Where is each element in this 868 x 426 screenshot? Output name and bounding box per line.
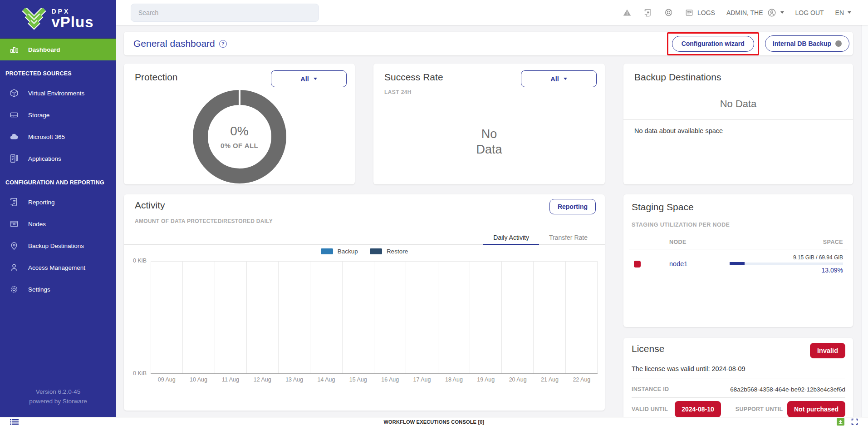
- node-name-link[interactable]: node1: [669, 260, 687, 267]
- help-icon[interactable]: ?: [219, 40, 227, 48]
- staging-table-header: NODE SPACE: [632, 239, 843, 245]
- alert-triangle-icon[interactable]: [622, 8, 632, 18]
- language-label: EN: [835, 9, 844, 16]
- chart-gridline-cell: [151, 262, 183, 373]
- cloud-icon: [9, 131, 20, 142]
- annotation-highlight-box: Configuration wizard: [667, 32, 759, 55]
- x-axis-label: 16 Aug: [374, 376, 406, 383]
- search-input[interactable]: [131, 4, 319, 22]
- sidebar-item-applications[interactable]: Applications: [0, 148, 116, 169]
- logout-label: LOG OUT: [795, 9, 824, 16]
- success-rate-card: Success Rate LAST 24H All No Data: [373, 64, 605, 184]
- internal-db-backup-label: Internal DB Backup: [773, 40, 831, 47]
- brand-chevron-icon: [22, 8, 46, 30]
- sidebar-item-microsoft-365[interactable]: Microsoft 365: [0, 126, 116, 148]
- instance-id-label: INSTANCE ID: [632, 386, 669, 392]
- user-circle-icon: [767, 8, 777, 18]
- daily-activity-chart-plot: [151, 261, 598, 374]
- chart-gridline-cell: [534, 262, 565, 373]
- x-axis-label: 13 Aug: [278, 376, 310, 383]
- backup-destinations-no-data: No Data: [623, 98, 853, 110]
- backup-swatch-icon: [321, 248, 333, 254]
- user-label: ADMIN, THE: [726, 9, 763, 16]
- success-rate-filter-dropdown[interactable]: All: [521, 70, 597, 87]
- chart-gridline-cell: [310, 262, 342, 373]
- activity-card: Activity Reporting AMOUNT OF DATA PROTEC…: [124, 194, 605, 411]
- x-axis-label: 15 Aug: [342, 376, 374, 383]
- internal-db-backup-button[interactable]: Internal DB Backup: [765, 35, 849, 52]
- staging-subtitle: STAGING UTILIZATION PER NODE: [632, 222, 730, 228]
- node-space-progress-fill: [730, 262, 745, 265]
- license-card: License Invalid The license was valid un…: [623, 338, 853, 417]
- sidebar-item-reporting[interactable]: Reporting: [0, 191, 116, 213]
- license-title: License: [632, 343, 664, 354]
- chart-gridline-cell: [374, 262, 406, 373]
- x-axis-label: 19 Aug: [470, 376, 502, 383]
- node-space-percent: 13.09%: [822, 267, 843, 274]
- sidebar-item-settings[interactable]: Settings: [0, 278, 116, 300]
- x-axis-label: 09 Aug: [151, 376, 182, 383]
- license-instance-row: INSTANCE ID 68a2b568-4358-464e-be92-12b3…: [632, 382, 845, 396]
- logs-label: LOGS: [697, 9, 715, 16]
- topbar: LOGS ADMIN, THE LOG OUT EN: [116, 0, 868, 25]
- sidebar-item-label: Backup Destinations: [28, 243, 84, 249]
- legend-item-backup: Backup: [321, 248, 358, 255]
- sidebar-item-access-management[interactable]: Access Management: [0, 257, 116, 278]
- divider: [632, 397, 845, 398]
- page-title-text: General dashboard: [133, 38, 215, 49]
- activity-title: Activity: [135, 200, 165, 211]
- chevron-down-icon: [314, 78, 317, 80]
- x-axis-label: 20 Aug: [502, 376, 534, 383]
- no-data-line2: Data: [373, 142, 605, 157]
- x-axis-label: 10 Aug: [182, 376, 214, 383]
- page-header-card: General dashboard ? Configuration wizard…: [124, 32, 853, 55]
- x-axis-label: 21 Aug: [534, 376, 565, 383]
- protection-filter-label: All: [300, 75, 309, 83]
- sidebar-item-label: Microsoft 365: [28, 134, 65, 140]
- sidebar-item-nodes[interactable]: Nodes: [0, 213, 116, 235]
- sidebar-item-label: Virtual Environments: [28, 90, 84, 97]
- restore-swatch-icon: [370, 248, 382, 254]
- x-axis-label: 11 Aug: [215, 376, 246, 383]
- tab-transfer-rate[interactable]: Transfer Rate: [539, 230, 598, 245]
- sidebar-item-label: Nodes: [28, 221, 46, 228]
- scroll-icon: [9, 197, 20, 208]
- audit-scroll-icon[interactable]: [643, 8, 652, 17]
- protection-filter-dropdown[interactable]: All: [271, 70, 347, 87]
- sidebar-item-label: Reporting: [28, 199, 55, 206]
- chart-gridline-cell: [502, 262, 534, 373]
- brand-logo[interactable]: DPX vPlus: [0, 0, 116, 39]
- sidebar-item-dashboard[interactable]: Dashboard: [0, 39, 116, 60]
- version-info: Version 6.2.0-45 powered by Storware: [0, 387, 116, 417]
- scrollbar-track[interactable]: [861, 25, 868, 417]
- sidebar-item-backup-destinations[interactable]: Backup Destinations: [0, 235, 116, 257]
- activity-subtitle: AMOUNT OF DATA PROTECTED/RESTORED DAILY: [135, 218, 273, 224]
- workflow-console-bar: WORKFLOW EXECUTIONS CONSOLE [0]: [0, 417, 868, 426]
- sidebar-item-label: Access Management: [28, 264, 85, 271]
- help-ring-icon[interactable]: [664, 8, 673, 17]
- sidebar-section-protected-sources: PROTECTED SOURCES: [0, 60, 116, 82]
- topbar-actions: LOGS ADMIN, THE LOG OUT EN: [622, 8, 851, 18]
- no-data-line1: No: [373, 126, 605, 142]
- user-menu[interactable]: ADMIN, THE: [726, 8, 784, 18]
- sidebar-item-virtual-environments[interactable]: Virtual Environments: [0, 82, 116, 104]
- logout-button[interactable]: LOG OUT: [795, 9, 824, 16]
- chevron-down-icon: [564, 78, 567, 80]
- tab-daily-activity[interactable]: Daily Activity: [483, 230, 539, 245]
- staging-node-row[interactable]: node1 9.15 GiB / 69.94 GiB 13.09%: [634, 252, 843, 276]
- donut-center: 0% 0% OF ALL: [208, 105, 271, 168]
- sidebar-item-storage[interactable]: Storage: [0, 104, 116, 126]
- configuration-wizard-button[interactable]: Configuration wizard: [672, 36, 754, 52]
- logs-button[interactable]: LOGS: [685, 8, 715, 17]
- reporting-button[interactable]: Reporting: [549, 199, 596, 214]
- x-axis-label: 17 Aug: [406, 376, 438, 383]
- license-status-badge: Invalid: [810, 343, 845, 358]
- chevron-down-icon: [780, 11, 784, 14]
- x-axis-label: 18 Aug: [438, 376, 470, 383]
- node-space-block: 9.15 GiB / 69.94 GiB 13.09%: [730, 254, 843, 274]
- sidebar-nav: Dashboard PROTECTED SOURCES Virtual Envi…: [0, 39, 116, 387]
- success-rate-filter-label: All: [550, 75, 559, 83]
- chart-gridline-cell: [247, 262, 279, 373]
- language-menu[interactable]: EN: [835, 9, 851, 16]
- cube-icon: [9, 88, 20, 99]
